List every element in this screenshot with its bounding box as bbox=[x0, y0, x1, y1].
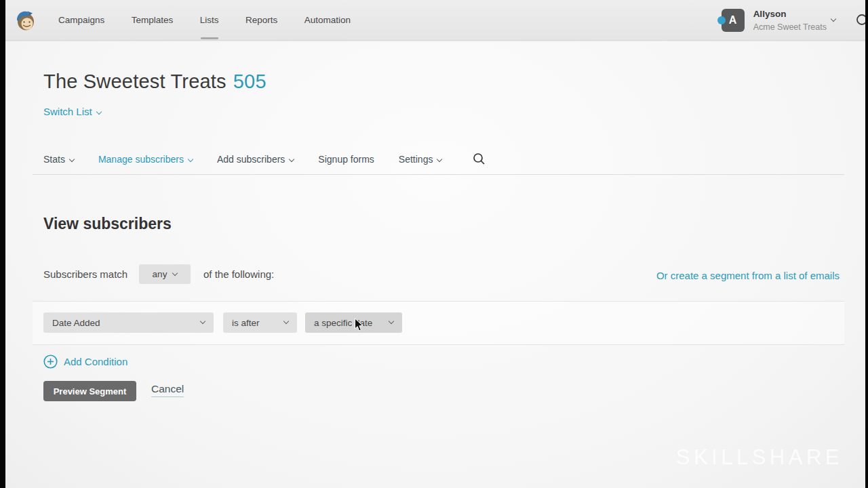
subnav-label: Settings bbox=[399, 154, 433, 165]
chevron-down-icon bbox=[96, 109, 101, 115]
condition-field-select[interactable]: Date Added bbox=[43, 312, 214, 333]
user-account-name: Acme Sweet Treats bbox=[753, 21, 827, 33]
nav-item-campaigns[interactable]: Campaigns bbox=[58, 0, 104, 41]
mailchimp-freddie-logo-icon[interactable] bbox=[14, 8, 37, 33]
create-segment-from-list-link[interactable]: Or create a segment from a list of email… bbox=[656, 270, 840, 281]
avatar: A bbox=[722, 9, 745, 32]
nav-item-reports[interactable]: Reports bbox=[245, 0, 277, 41]
chevron-down-icon bbox=[437, 157, 442, 162]
top-navigation-bar: Campaigns Templates Lists Reports Automa… bbox=[0, 0, 868, 41]
condition-operator-value: is after bbox=[232, 318, 260, 328]
subnav-item-stats[interactable]: Stats bbox=[43, 154, 74, 165]
user-account-menu[interactable]: A Allyson Acme Sweet Treats bbox=[722, 0, 835, 41]
chevron-down-icon bbox=[188, 157, 193, 162]
match-type-value: any bbox=[153, 269, 167, 279]
add-condition-button[interactable]: Add Condition bbox=[43, 354, 127, 369]
preview-segment-button[interactable]: Preview Segment bbox=[43, 381, 136, 401]
subnav-divider bbox=[33, 174, 844, 175]
chevron-down-icon bbox=[200, 319, 205, 324]
subnav-label: Manage subscribers bbox=[98, 154, 184, 165]
subscriber-count: 505 bbox=[233, 70, 267, 92]
subnav-item-manage-subscribers[interactable]: Manage subscribers bbox=[98, 154, 193, 165]
match-type-select[interactable]: any bbox=[139, 264, 191, 284]
app-frame: Campaigns Templates Lists Reports Automa… bbox=[0, 0, 868, 488]
chevron-down-icon bbox=[289, 157, 294, 162]
nav-item-templates[interactable]: Templates bbox=[132, 0, 174, 41]
switch-list-dropdown[interactable]: Switch List bbox=[43, 106, 101, 117]
user-name: Allyson bbox=[753, 7, 827, 21]
add-condition-label: Add Condition bbox=[64, 356, 127, 367]
subnav-item-settings[interactable]: Settings bbox=[399, 154, 442, 165]
condition-row: Date Added is after a specific date bbox=[33, 301, 844, 345]
list-subnav: Stats Manage subscribers Add subscribers… bbox=[43, 150, 486, 169]
chevron-down-icon bbox=[831, 16, 836, 22]
presence-dot bbox=[717, 16, 726, 24]
chevron-down-icon bbox=[172, 270, 178, 275]
match-suffix-label: of the following: bbox=[203, 264, 274, 285]
skillshare-watermark: SKILLSHARE bbox=[676, 445, 843, 470]
primary-nav: Campaigns Templates Lists Reports Automa… bbox=[58, 0, 374, 41]
subnav-item-add-subscribers[interactable]: Add subscribers bbox=[217, 154, 294, 165]
section-heading: View subscribers bbox=[43, 215, 172, 233]
subnav-item-signup-forms[interactable]: Signup forms bbox=[318, 154, 374, 165]
chevron-down-icon bbox=[283, 319, 289, 324]
subnav-label: Signup forms bbox=[318, 154, 374, 165]
list-name: The Sweetest Treats bbox=[43, 70, 226, 92]
subnav-label: Add subscribers bbox=[217, 154, 285, 165]
chevron-down-icon bbox=[389, 319, 394, 324]
cancel-link[interactable]: Cancel bbox=[151, 383, 184, 397]
condition-field-value: Date Added bbox=[52, 318, 100, 328]
condition-value-text: a specific date bbox=[314, 318, 372, 328]
subscriber-search-icon[interactable] bbox=[473, 152, 486, 168]
nav-item-automation[interactable]: Automation bbox=[304, 0, 351, 41]
switch-list-label: Switch List bbox=[43, 106, 92, 117]
condition-value-select[interactable]: a specific date bbox=[305, 312, 402, 333]
left-letterbox-edge bbox=[0, 0, 5, 488]
chevron-down-icon bbox=[69, 157, 75, 162]
right-letterbox-edge bbox=[865, 0, 868, 488]
condition-operator-select[interactable]: is after bbox=[223, 312, 297, 333]
page-title: The Sweetest Treats505 bbox=[43, 70, 267, 93]
match-prefix-label: Subscribers match bbox=[43, 264, 127, 285]
user-names: Allyson Acme Sweet Treats bbox=[753, 7, 827, 33]
nav-item-lists[interactable]: Lists bbox=[200, 0, 219, 41]
plus-circle-icon bbox=[43, 354, 58, 369]
subnav-label: Stats bbox=[43, 154, 65, 165]
